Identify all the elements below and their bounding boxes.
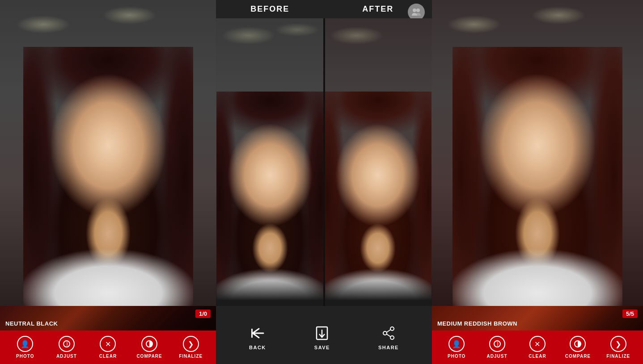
left-adjust-icon bbox=[59, 336, 75, 352]
back-button[interactable]: BACK bbox=[249, 324, 266, 350]
right-photo-button[interactable]: 👤 PHOTO bbox=[443, 336, 470, 359]
svg-point-3 bbox=[416, 8, 420, 12]
left-bottom-bar: NEUTRAL BLACK 1/0 👤 PHOTO ADJUST ✕ CLEAR bbox=[0, 306, 216, 364]
left-clear-label: CLEAR bbox=[99, 354, 117, 359]
middle-bottom-bar: BACK SAVE bbox=[216, 306, 432, 364]
right-compare-button[interactable]: COMPARE bbox=[564, 336, 591, 359]
split-before-half bbox=[216, 18, 324, 306]
left-photo-button[interactable]: 👤 PHOTO bbox=[12, 336, 38, 359]
right-adjust-icon bbox=[489, 336, 505, 352]
right-finalize-label: FINALIZE bbox=[606, 354, 630, 359]
svg-line-9 bbox=[386, 330, 390, 332]
right-hair-badge: 5/5 bbox=[622, 310, 638, 318]
share-button[interactable]: SHARE bbox=[378, 324, 399, 350]
save-icon bbox=[315, 324, 329, 342]
split-photo bbox=[216, 18, 432, 306]
left-clear-icon: ✕ bbox=[100, 336, 116, 352]
right-finalize-button[interactable]: ❯ FINALIZE bbox=[605, 336, 632, 359]
right-person bbox=[453, 47, 622, 306]
left-adjust-label: ADJUST bbox=[56, 354, 77, 359]
before-label: BEFORE bbox=[216, 4, 324, 14]
right-clear-icon: ✕ bbox=[529, 336, 546, 352]
split-after-half bbox=[324, 18, 432, 306]
right-compare-label: COMPARE bbox=[565, 354, 591, 359]
back-icon bbox=[250, 324, 265, 342]
right-panel: MEDIUM REDDISH BROWN 5/5 👤 PHOTO ADJUST … bbox=[432, 0, 643, 364]
left-finalize-label: FINALIZE bbox=[179, 354, 203, 359]
right-adjust-button[interactable]: ADJUST bbox=[484, 336, 511, 359]
right-photo-icon: 👤 bbox=[448, 336, 465, 352]
right-photo bbox=[432, 0, 643, 306]
left-photo bbox=[0, 0, 216, 306]
save-button[interactable]: SAVE bbox=[314, 324, 330, 350]
left-compare-icon bbox=[141, 336, 157, 352]
share-icon bbox=[381, 324, 396, 342]
split-before-person bbox=[216, 92, 324, 306]
left-compare-label: COMPARE bbox=[136, 354, 162, 359]
right-compare-icon bbox=[570, 336, 586, 352]
right-hair-name: MEDIUM REDDISH BROWN bbox=[437, 320, 517, 328]
left-toolbar: 👤 PHOTO ADJUST ✕ CLEAR bbox=[0, 331, 216, 364]
share-label: SHARE bbox=[378, 345, 399, 350]
split-after-person bbox=[324, 92, 431, 306]
left-finalize-button[interactable]: ❯ FINALIZE bbox=[178, 336, 204, 359]
right-hair-swatch: MEDIUM REDDISH BROWN 5/5 bbox=[432, 306, 643, 331]
left-finalize-icon: ❯ bbox=[183, 336, 199, 352]
right-clear-label: CLEAR bbox=[529, 354, 546, 359]
save-label: SAVE bbox=[314, 345, 330, 350]
right-adjust-label: ADJUST bbox=[487, 354, 508, 359]
middle-panel: BEFORE AFTER bbox=[216, 0, 432, 364]
left-photo-icon: 👤 bbox=[17, 336, 33, 352]
left-hair-name: NEUTRAL BLACK bbox=[5, 320, 58, 328]
compare-header: BEFORE AFTER bbox=[216, 0, 432, 18]
left-hair-swatch: NEUTRAL BLACK 1/0 bbox=[0, 306, 216, 331]
left-adjust-button[interactable]: ADJUST bbox=[53, 336, 80, 359]
right-finalize-icon: ❯ bbox=[610, 336, 626, 352]
right-toolbar: 👤 PHOTO ADJUST ✕ CLEAR bbox=[432, 331, 643, 364]
left-compare-button[interactable]: COMPARE bbox=[136, 336, 163, 359]
left-photo-label: PHOTO bbox=[16, 354, 34, 359]
left-hair-badge: 1/0 bbox=[195, 310, 211, 318]
middle-toolbar: BACK SAVE bbox=[225, 320, 423, 350]
svg-point-7 bbox=[390, 336, 394, 339]
right-bottom-bar: MEDIUM REDDISH BROWN 5/5 👤 PHOTO ADJUST … bbox=[432, 306, 643, 364]
left-clear-button[interactable]: ✕ CLEAR bbox=[94, 336, 121, 359]
svg-point-2 bbox=[413, 8, 416, 12]
right-clear-button[interactable]: ✕ CLEAR bbox=[524, 336, 551, 359]
svg-point-8 bbox=[383, 331, 387, 335]
left-person bbox=[23, 47, 193, 306]
split-divider bbox=[323, 18, 325, 306]
back-label: BACK bbox=[249, 345, 266, 350]
svg-line-10 bbox=[386, 334, 390, 337]
svg-point-6 bbox=[390, 327, 394, 331]
right-photo-label: PHOTO bbox=[448, 354, 465, 359]
left-panel: NEUTRAL BLACK 1/0 👤 PHOTO ADJUST ✕ CLEAR bbox=[0, 0, 216, 364]
